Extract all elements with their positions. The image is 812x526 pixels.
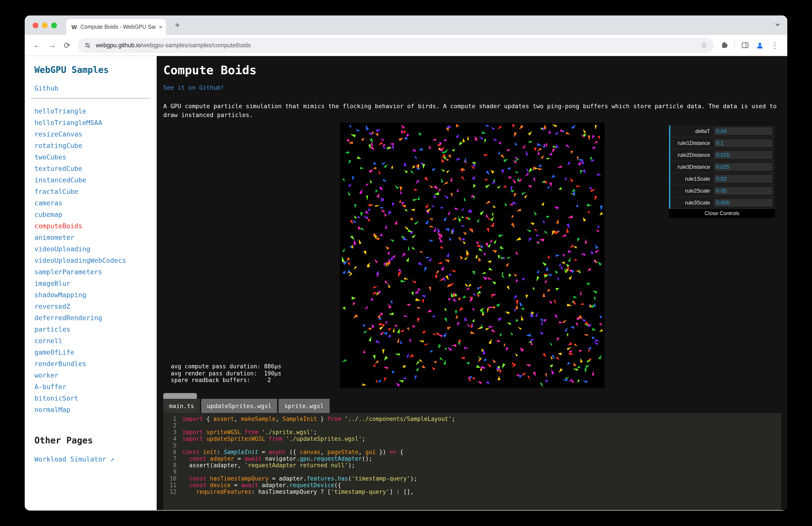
sidebar-item-videoUploadingWebCodecs[interactable]: videoUploadingWebCodecs xyxy=(34,255,157,266)
page-content: WebGPU Samples Github helloTrianglehello… xyxy=(25,56,787,510)
browser-tab[interactable]: W Compute Boids - WebGPU Samples × xyxy=(66,19,166,35)
gui-input-rule3Scale[interactable]: 0.005 xyxy=(714,199,772,207)
sidebar-item-A-buffer[interactable]: A-buffer xyxy=(34,381,157,393)
forward-button[interactable]: → xyxy=(45,38,59,52)
code-text: import updateSpritesWGSL from './updateS… xyxy=(182,436,365,442)
sample-list: helloTrianglehelloTriangleMSAAresizeCanv… xyxy=(25,105,157,416)
sidebar-item-samplerParameters[interactable]: samplerParameters xyxy=(34,266,157,278)
code-line-5: 5 xyxy=(163,442,781,449)
line-number: 4 xyxy=(163,436,182,442)
code-line-9: 9 xyxy=(163,469,781,475)
address-bar[interactable]: webgpu.github.io/webgpu-samples/samples/… xyxy=(78,38,714,53)
boids-canvas xyxy=(340,123,605,388)
gui-label-deltaT: deltaT xyxy=(670,128,714,134)
sidebar-item-helloTriangleMSAA[interactable]: helloTriangleMSAA xyxy=(34,117,157,129)
sidebar-item-shadowMapping[interactable]: shadowMapping xyxy=(34,289,157,301)
gui-input-rule1Distance[interactable]: 0.1 xyxy=(714,139,772,147)
gui-panel: deltaT0.04rule1Distance0.1rule2Distance0… xyxy=(669,125,775,218)
menu-button[interactable]: ⋮ xyxy=(768,38,782,52)
sidebar-item-cameras[interactable]: cameras xyxy=(34,197,157,209)
page-title: Compute Boids xyxy=(163,63,781,77)
line-number: 12 xyxy=(163,488,182,495)
macos-minimize-button[interactable] xyxy=(42,23,48,28)
reload-button[interactable]: ⟳ xyxy=(60,38,74,52)
sidebar-item-cornell[interactable]: cornell xyxy=(34,335,157,347)
sidebar-item-fractalCube[interactable]: fractalCube xyxy=(34,186,157,197)
desktop-background: W Compute Boids - WebGPU Samples × + ← →… xyxy=(0,0,812,526)
bookmark-star-icon[interactable]: ☆ xyxy=(701,41,708,50)
sidebar-item-videoUploading[interactable]: videoUploading xyxy=(34,243,157,255)
new-tab-button[interactable]: + xyxy=(172,20,183,30)
line-number: 7 xyxy=(163,455,182,462)
browser-window: W Compute Boids - WebGPU Samples × + ← →… xyxy=(25,15,787,511)
code-line-11: 11 const device = await adapter.requestD… xyxy=(163,482,781,488)
code-editor[interactable]: 1import { assert, makeSample, SampleInit… xyxy=(163,413,781,510)
url-text: webgpu.github.io/webgpu-samples/samples/… xyxy=(96,42,251,48)
profile-avatar-icon xyxy=(755,41,764,50)
sidebar-item-normalMap[interactable]: normalMap xyxy=(34,404,157,416)
sidebar-item-github[interactable]: Github xyxy=(34,84,157,92)
code-tabs: main.tsupdateSprites.wgslsprite.wgsl xyxy=(163,399,781,413)
sidebar-item-particles[interactable]: particles xyxy=(34,324,157,335)
code-line-7: 7 const adapter = await navigator.gpu.re… xyxy=(163,455,781,462)
gui-label-rule1Distance: rule1Distance xyxy=(670,140,714,146)
gui-input-rule2Distance[interactable]: 0.025 xyxy=(714,151,772,159)
close-controls-button[interactable]: Close Controls xyxy=(669,209,775,218)
macos-zoom-button[interactable] xyxy=(51,23,57,28)
sidebar-divider xyxy=(31,98,150,99)
tab-search-button[interactable] xyxy=(774,21,781,28)
sidebar-item-workload-simulator[interactable]: Workload Simulator ↗ xyxy=(34,455,157,463)
code-line-6: 6const init: SampleInit = async ({ canva… xyxy=(163,449,781,455)
code-line-10: 10 const hasTimestampQuery = adapter.fea… xyxy=(163,475,781,482)
site-info-icon[interactable] xyxy=(84,42,91,49)
back-button[interactable]: ← xyxy=(30,38,44,52)
side-panel-button[interactable] xyxy=(738,38,752,52)
github-source-link[interactable]: See it on Github! xyxy=(163,84,224,91)
sidebar-item-deferredRendering[interactable]: deferredRendering xyxy=(34,312,157,324)
gui-row-rule2Scale: rule2Scale0.05 xyxy=(669,185,775,197)
code-tab-main.ts[interactable]: main.ts xyxy=(163,399,200,413)
code-line-12: 12 requiredFeatures: hasTimestampQuery ?… xyxy=(163,488,781,495)
gui-input-rule1Scale[interactable]: 0.02 xyxy=(714,175,772,183)
extensions-icon[interactable] xyxy=(717,38,731,52)
code-text xyxy=(182,442,186,449)
sidebar-item-gameOfLife[interactable]: gameOfLife xyxy=(34,347,157,358)
code-tab-sprite.wgsl[interactable]: sprite.wgsl xyxy=(278,399,330,413)
gui-input-rule3Distance[interactable]: 0.025 xyxy=(714,163,772,171)
sidebar-item-instancedCube[interactable]: instancedCube xyxy=(34,174,157,186)
sidebar: WebGPU Samples Github helloTrianglehello… xyxy=(25,56,157,510)
gui-input-rule2Scale[interactable]: 0.05 xyxy=(714,187,772,195)
code-tab-updateSprites.wgsl[interactable]: updateSprites.wgsl xyxy=(201,399,277,413)
webgpu-favicon-icon: W xyxy=(72,24,77,30)
sidebar-item-cubemap[interactable]: cubemap xyxy=(34,209,157,221)
line-number: 5 xyxy=(163,442,182,449)
code-text: const adapter = await navigator.gpu.requ… xyxy=(182,455,372,462)
code-text: assert(adapter, 'requestAdapter returned… xyxy=(182,462,355,469)
gui-row-rule2Distance: rule2Distance0.025 xyxy=(669,149,775,161)
sidebar-item-resizeCanvas[interactable]: resizeCanvas xyxy=(34,129,157,140)
sidebar-item-animometer[interactable]: animometer xyxy=(34,232,157,243)
gui-input-deltaT[interactable]: 0.04 xyxy=(714,127,772,135)
site-title[interactable]: WebGPU Samples xyxy=(25,56,157,75)
line-number: 1 xyxy=(163,416,182,422)
code-line-2: 2 xyxy=(163,422,781,429)
sidebar-item-bitonicSort[interactable]: bitonicSort xyxy=(34,393,157,404)
sidebar-item-rotatingCube[interactable]: rotatingCube xyxy=(34,140,157,152)
sidebar-item-texturedCube[interactable]: texturedCube xyxy=(34,163,157,174)
sidebar-item-computeBoids[interactable]: computeBoids xyxy=(34,221,157,232)
code-text: const hasTimestampQuery = adapter.featur… xyxy=(182,475,417,482)
line-number: 11 xyxy=(163,482,182,488)
tab-close-icon[interactable]: × xyxy=(159,24,162,30)
toolbar-divider xyxy=(734,41,735,50)
sidebar-item-renderBundles[interactable]: renderBundles xyxy=(34,358,157,370)
gui-label-rule2Scale: rule2Scale xyxy=(670,188,714,194)
sidebar-item-worker[interactable]: worker xyxy=(34,370,157,381)
sidebar-item-imageBlur[interactable]: imageBlur xyxy=(34,278,157,289)
sidebar-item-reversedZ[interactable]: reversedZ xyxy=(34,301,157,312)
macos-close-button[interactable] xyxy=(33,23,39,28)
gui-row-rule3Distance: rule3Distance0.025 xyxy=(669,161,775,173)
profile-button[interactable] xyxy=(753,38,767,52)
gui-label-rule2Distance: rule2Distance xyxy=(670,152,714,158)
sidebar-item-twoCubes[interactable]: twoCubes xyxy=(34,152,157,163)
sidebar-item-helloTriangle[interactable]: helloTriangle xyxy=(34,105,157,117)
